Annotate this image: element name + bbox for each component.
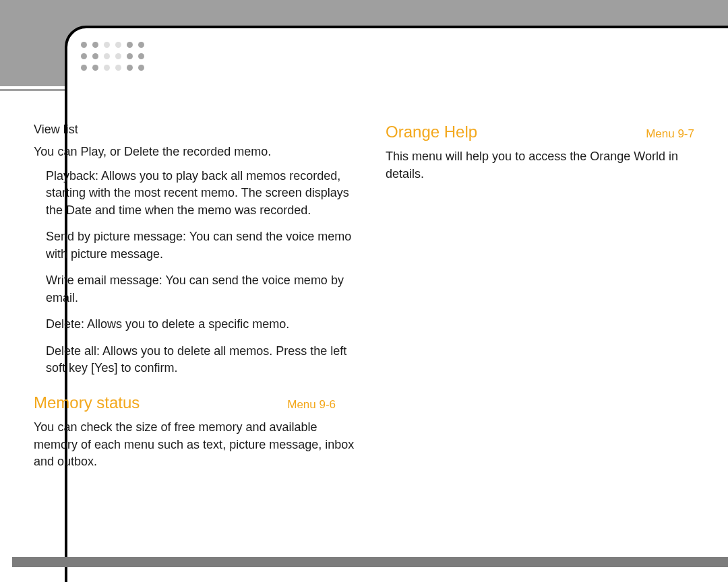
view-list-heading: View list (34, 123, 355, 137)
view-list-intro: You can Play, or Delete the recorded mem… (34, 143, 355, 161)
dot-icon (127, 42, 133, 48)
dot-icon (138, 65, 144, 71)
view-list-bullets: Playback: Allows you to play back all me… (34, 168, 355, 377)
orange-help-title: Orange Help (386, 123, 477, 141)
dot-icon (104, 65, 110, 71)
bullet-send-picture: Send by picture message: You can send th… (46, 228, 355, 263)
dot-icon (92, 42, 98, 48)
dot-icon (81, 65, 87, 71)
dot-icon (138, 53, 144, 59)
footer-bar (12, 557, 728, 567)
memory-status-header: Memory status Menu 9-6 (34, 393, 355, 412)
dot-icon (138, 42, 144, 48)
bullet-delete-all: Delete all: Allows you to delete all mem… (46, 343, 355, 377)
page: View list You can Play, or Delete the re… (0, 0, 728, 582)
bullet-delete: Delete: Allows you to delete a specific … (46, 316, 355, 333)
dot-icon (127, 53, 133, 59)
orange-help-body: This menu will help you to access the Or… (386, 148, 713, 183)
dot-grid-icon (81, 42, 150, 76)
dot-icon (115, 53, 121, 59)
bullet-playback: Playback: Allows you to play back all me… (46, 168, 355, 220)
content-area: View list You can Play, or Delete the re… (34, 123, 713, 548)
memory-status-menu-label: Menu 9-6 (287, 398, 355, 412)
dot-icon (92, 65, 98, 71)
dot-icon (104, 53, 110, 59)
memory-status-body: You can check the size of free memory an… (34, 419, 355, 471)
right-column: Orange Help Menu 9-7 This menu will help… (386, 123, 713, 548)
left-column: View list You can Play, or Delete the re… (34, 123, 355, 548)
memory-status-title: Memory status (34, 393, 140, 412)
orange-help-menu-label: Menu 9-7 (646, 127, 713, 141)
dot-icon (92, 53, 98, 59)
dot-icon (81, 53, 87, 59)
bullet-write-email: Write email message: You can send the vo… (46, 272, 355, 306)
orange-help-header: Orange Help Menu 9-7 (386, 123, 713, 141)
dot-icon (127, 65, 133, 71)
dot-icon (115, 42, 121, 48)
dot-icon (115, 65, 121, 71)
dot-icon (81, 42, 87, 48)
dot-icon (104, 42, 110, 48)
